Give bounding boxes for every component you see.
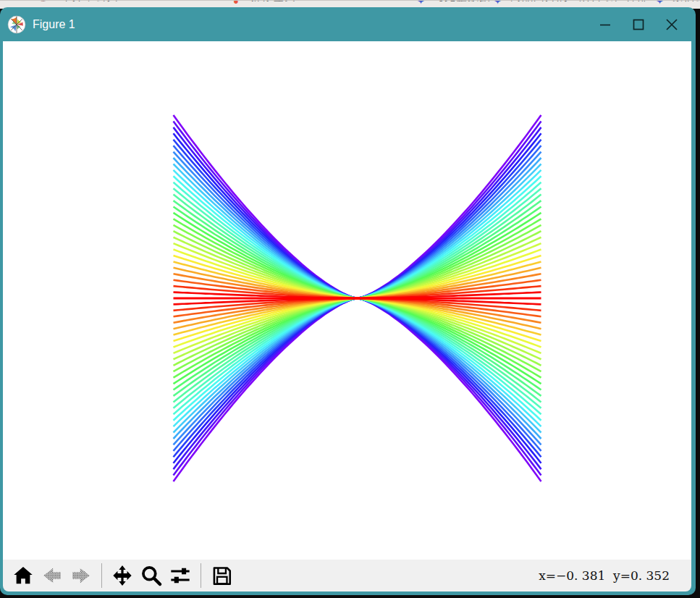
strip-text-fragment: 后台最佳答部 bbox=[579, 0, 649, 4]
minimize-icon bbox=[599, 18, 612, 31]
save-button[interactable] bbox=[208, 562, 235, 589]
maximize-icon bbox=[632, 18, 645, 31]
maximize-button[interactable] bbox=[622, 10, 655, 39]
back-icon bbox=[41, 565, 64, 586]
sliders-icon bbox=[169, 564, 192, 587]
strip-text-fragment: × bbox=[641, 0, 649, 2]
configure-subplots-button[interactable] bbox=[167, 562, 193, 589]
plot-area bbox=[3, 41, 691, 560]
matplotlib-logo-icon bbox=[7, 15, 26, 34]
back-button[interactable] bbox=[39, 562, 65, 589]
strip-favicon: ✦ bbox=[494, 0, 502, 7]
pan-button[interactable] bbox=[109, 562, 135, 589]
pan-icon bbox=[111, 564, 134, 587]
save-icon bbox=[211, 565, 233, 587]
strip-text-fragment: 单介卡公共 bbox=[61, 0, 119, 4]
titlebar[interactable]: Figure 1 bbox=[0, 7, 696, 41]
figure-canvas[interactable] bbox=[3, 41, 691, 560]
navigation-toolbar: x=−0. 381 y=0. 352 bbox=[3, 560, 691, 591]
close-icon bbox=[665, 17, 679, 32]
figure-window: Figure 1 bbox=[0, 7, 696, 595]
forward-icon bbox=[69, 565, 93, 586]
toolbar-separator bbox=[201, 563, 201, 588]
strip-text-fragment: 微信公众号 bbox=[672, 0, 700, 4]
home-button[interactable] bbox=[10, 562, 36, 589]
zoom-button[interactable] bbox=[138, 562, 164, 589]
zoom-icon bbox=[140, 564, 163, 587]
close-button[interactable] bbox=[655, 10, 688, 39]
forward-button[interactable] bbox=[68, 562, 94, 589]
strip-text-fragment: 新标签页 bbox=[250, 0, 296, 4]
strip-text-fragment: 商品图片的 bbox=[510, 0, 568, 4]
strip-text-fragment: ㊙ bbox=[38, 0, 49, 4]
window-content: x=−0. 381 y=0. 352 bbox=[3, 41, 691, 591]
strip-text-fragment: 【完整数据 bbox=[433, 0, 491, 4]
window-title: Figure 1 bbox=[33, 18, 589, 31]
toolbar-separator bbox=[101, 563, 102, 588]
cursor-position-readout: x=−0. 381 y=0. 352 bbox=[539, 568, 686, 583]
strip-favicon: ✦ bbox=[417, 0, 425, 7]
strip-favicon: ● bbox=[233, 0, 239, 7]
home-icon bbox=[12, 565, 34, 586]
strip-favicon: ✦ bbox=[656, 0, 664, 7]
minimize-button[interactable] bbox=[589, 10, 622, 39]
